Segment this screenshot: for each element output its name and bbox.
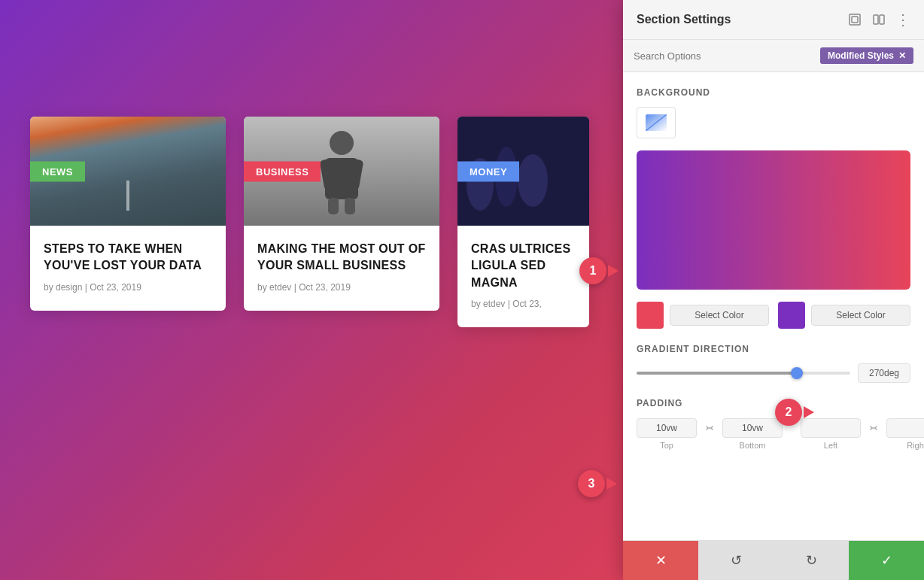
- padding-right-label: Right: [907, 441, 924, 450]
- padding-right-group: Right: [886, 418, 924, 450]
- svg-point-0: [330, 131, 354, 155]
- step-badge-1: 1: [579, 257, 606, 284]
- background-label: Background: [637, 87, 910, 98]
- panel-content: Background: [623, 72, 924, 540]
- card-2-meta: by etdev | Oct 23, 2019: [257, 282, 426, 293]
- card-2-title: MAKING THE MOST OUT OF YOUR SMALL BUSINE…: [257, 241, 426, 275]
- link-icon-tb: [703, 421, 716, 435]
- card-3-badge: Money: [457, 161, 519, 181]
- gradient-slider-row: 270deg: [637, 363, 910, 383]
- card-1-image: News: [30, 117, 226, 226]
- color-item-1: Select Color: [637, 302, 769, 329]
- gradient-direction-section: Gradient Direction 270deg: [637, 344, 910, 383]
- card-1-body: STEPS TO TAKE WHEN YOU'VE LOST YOUR DATA…: [30, 226, 226, 311]
- cards-container: News STEPS TO TAKE WHEN YOU'VE LOST YOUR…: [0, 0, 617, 580]
- select-color-btn-1[interactable]: Select Color: [670, 305, 769, 326]
- step-3-arrow: [606, 478, 617, 490]
- padding-bottom-label: Bottom: [740, 441, 766, 450]
- padding-bottom-group: Bottom: [722, 418, 783, 450]
- svg-rect-11: [852, 17, 858, 23]
- padding-inputs-row: Top Bottom: [637, 418, 910, 451]
- save-button[interactable]: ✓: [849, 541, 924, 580]
- step-badge-3: 3: [578, 470, 605, 497]
- link-icon-svg: [703, 421, 716, 435]
- select-color-btn-2[interactable]: Select Color: [811, 305, 910, 326]
- padding-left-label: Left: [824, 441, 837, 450]
- padding-top-group: Top: [637, 418, 697, 450]
- padding-label: Padding: [637, 398, 910, 408]
- card-3: Money CRAS ULTRICES LIGULA SED MAGNA by …: [457, 117, 589, 327]
- link-icon-lr: [867, 421, 880, 435]
- link-icon-lr-svg: [867, 421, 880, 435]
- card-3-image: Money: [457, 117, 589, 226]
- background-swatch-gradient[interactable]: [637, 107, 676, 138]
- search-bar: Modified Styles ✕: [623, 40, 924, 72]
- color-item-2: Select Color: [778, 302, 910, 329]
- expand-icon[interactable]: [847, 12, 862, 27]
- padding-bottom-input-wrap: [722, 418, 783, 438]
- card-2-image: Business: [244, 117, 439, 226]
- slider-fill: [637, 372, 797, 375]
- undo-button[interactable]: ↺: [698, 541, 774, 580]
- gradient-preview: [637, 150, 910, 290]
- padding-left-group: Left: [801, 418, 861, 450]
- padding-left-input[interactable]: [806, 423, 856, 433]
- padding-right-input-wrap: [886, 418, 924, 438]
- step-badge-2: 2: [775, 399, 802, 426]
- card-3-meta: by etdev | Oct 23,: [471, 299, 576, 309]
- gradient-swatch-icon: [646, 114, 667, 131]
- card-1-title: STEPS TO TAKE WHEN YOU'VE LOST YOUR DATA: [44, 241, 212, 275]
- cancel-button[interactable]: ✕: [623, 541, 698, 580]
- road-lines: [126, 181, 129, 211]
- svg-rect-10: [850, 14, 860, 25]
- step-1-arrow: [608, 265, 619, 277]
- svg-rect-13: [880, 15, 884, 24]
- modified-styles-badge[interactable]: Modified Styles ✕: [820, 47, 913, 64]
- card-2-body: MAKING THE MOST OUT OF YOUR SMALL BUSINE…: [244, 226, 439, 311]
- section-settings-panel: Section Settings ⋮ Modified Styles ✕: [623, 0, 924, 580]
- svg-rect-12: [874, 15, 878, 24]
- slider-thumb[interactable]: [791, 367, 803, 379]
- card-3-body: CRAS ULTRICES LIGULA SED MAGNA by etdev …: [457, 226, 589, 327]
- card-3-title: CRAS ULTRICES LIGULA SED MAGNA: [471, 241, 576, 291]
- padding-left-input-wrap: [801, 418, 861, 438]
- redo-button[interactable]: ↻: [774, 541, 849, 580]
- panel-header: Section Settings ⋮: [623, 0, 924, 40]
- panel-header-icons: ⋮: [847, 12, 910, 27]
- padding-top-input-wrap: [637, 418, 697, 438]
- gradient-direction-label: Gradient Direction: [637, 344, 910, 354]
- card-1: News STEPS TO TAKE WHEN YOU'VE LOST YOUR…: [30, 117, 226, 311]
- padding-top-label: Top: [660, 441, 673, 450]
- step-2-arrow: [804, 406, 814, 418]
- color-row: Select Color Select Color: [637, 302, 910, 329]
- svg-rect-5: [345, 198, 355, 214]
- color-swatch-1[interactable]: [637, 302, 664, 329]
- close-badge-icon[interactable]: ✕: [898, 50, 906, 61]
- gradient-slider-track[interactable]: [637, 372, 850, 375]
- svg-rect-4: [328, 198, 339, 214]
- padding-section: Padding Top: [637, 398, 910, 451]
- panel-title: Section Settings: [637, 13, 731, 26]
- color-swatch-2[interactable]: [778, 302, 805, 329]
- svg-point-9: [518, 154, 548, 207]
- card-1-badge: News: [30, 161, 85, 181]
- card-2-badge: Business: [244, 161, 321, 181]
- padding-bottom-input[interactable]: [728, 423, 777, 433]
- card-2: Business MAKING THE MOST OUT OF YOUR SMA…: [244, 117, 439, 311]
- columns-icon[interactable]: [871, 12, 886, 27]
- background-swatches: [637, 107, 910, 138]
- search-input[interactable]: [634, 50, 813, 62]
- padding-right-input[interactable]: [892, 423, 924, 433]
- degree-input[interactable]: 270deg: [858, 363, 910, 383]
- more-icon[interactable]: ⋮: [895, 12, 910, 27]
- card-1-meta: by design | Oct 23, 2019: [44, 282, 212, 293]
- padding-top-input[interactable]: [642, 423, 691, 433]
- panel-footer: ✕ ↺ ↻ ✓: [623, 540, 924, 580]
